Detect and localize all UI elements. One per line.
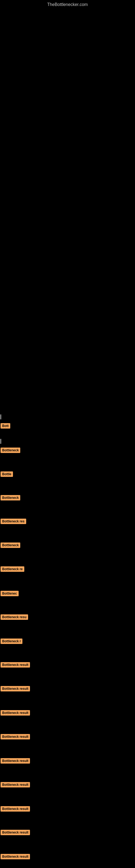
bottleneck-badge-19: Bottleneck result [1, 854, 30, 859]
bottleneck-badge-8: Bottlenec [1, 591, 18, 596]
bottleneck-item-1: Bott [1, 423, 10, 429]
bottleneck-badge-6: Bottleneck [1, 542, 20, 548]
bottleneck-badge-11: Bottleneck result [1, 662, 30, 668]
bottleneck-item-9: Bottleneck resu [1, 614, 28, 620]
bottleneck-badge-12: Bottleneck result [1, 686, 30, 691]
bottleneck-badge-14: Bottleneck result [1, 734, 30, 739]
bottleneck-item-19: Bottleneck result [1, 854, 30, 859]
bottleneck-badge-17: Bottleneck result [1, 806, 30, 812]
bottleneck-badge-15: Bottleneck result [1, 758, 30, 764]
bottleneck-item-11: Bottleneck result [1, 662, 30, 668]
bottleneck-item-15: Bottleneck result [1, 758, 30, 764]
bottleneck-item-4: Bottleneck [1, 495, 20, 500]
cursor-line-2 [1, 439, 1, 444]
bottleneck-badge-5: Bottleneck res [1, 519, 26, 524]
bottleneck-item-12: Bottleneck result [1, 686, 30, 691]
bottleneck-item-3: Bottle [1, 471, 13, 477]
page-wrapper: TheBottlenecker.com Bott Bottleneck Bott… [0, 0, 135, 868]
bottleneck-badge-7: Bottleneck re [1, 566, 24, 572]
bottleneck-badge-16: Bottleneck result [1, 782, 30, 787]
bottleneck-item-16: Bottleneck result [1, 782, 30, 787]
bottleneck-badge-3: Bottle [1, 471, 13, 477]
bottleneck-item-5: Bottleneck res [1, 519, 26, 524]
site-title-text: TheBottlenecker.com [47, 2, 88, 7]
bottleneck-item-6: Bottleneck [1, 542, 20, 548]
bottleneck-item-13: Bottleneck result [1, 710, 30, 716]
bottleneck-badge-10: Bottleneck r [1, 639, 22, 644]
bottleneck-item-10: Bottleneck r [1, 639, 22, 644]
cursor-line-1 [1, 414, 1, 420]
bottleneck-badge-2: Bottleneck [1, 447, 20, 453]
site-header: TheBottlenecker.com [0, 0, 135, 9]
bottleneck-item-8: Bottlenec [1, 591, 18, 596]
bottleneck-item-18: Bottleneck result [1, 830, 30, 835]
bottleneck-badge-4: Bottleneck [1, 495, 20, 500]
bottleneck-item-7: Bottleneck re [1, 566, 24, 572]
bottleneck-badge-1: Bott [1, 423, 10, 429]
bottleneck-item-14: Bottleneck result [1, 734, 30, 739]
bottleneck-item-17: Bottleneck result [1, 806, 30, 812]
bottleneck-item-2: Bottleneck [1, 447, 20, 453]
chart-area [0, 9, 135, 422]
bottleneck-badge-13: Bottleneck result [1, 710, 30, 716]
bottleneck-badge-9: Bottleneck resu [1, 614, 28, 620]
bottleneck-badge-18: Bottleneck result [1, 830, 30, 835]
